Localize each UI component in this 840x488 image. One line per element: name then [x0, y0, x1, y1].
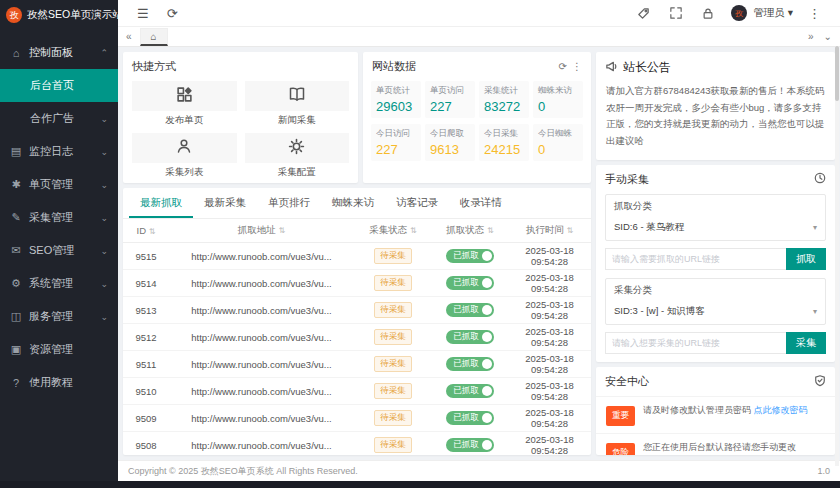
collapse-tabs-left-icon[interactable]: «: [126, 31, 132, 42]
sort-icon[interactable]: ⇅: [566, 226, 573, 235]
cell-url[interactable]: http://www.runoob.com/vue3/vu...: [169, 270, 354, 297]
sidebar-item-home[interactable]: 后台首页: [0, 69, 118, 102]
cell-id: 9509: [123, 405, 169, 432]
cell-url[interactable]: http://www.runoob.com/vue3/vu...: [169, 405, 354, 432]
change-password-link[interactable]: 点此修改密码: [754, 405, 808, 415]
security-item: 危险 您正在使用后台默认路径请您手动更改app/admin文件夹名称，原因：他人…: [596, 433, 835, 456]
sidebar-item-pages[interactable]: ✱ 单页管理 ⌄: [0, 168, 118, 201]
grab-status-toggle[interactable]: 已抓取: [446, 357, 494, 371]
cell-url[interactable]: http://www.runoob.com/vue3/vu...: [169, 351, 354, 378]
tab-visitor-records[interactable]: 访客记录: [385, 192, 449, 218]
cell-url[interactable]: http://www.runoob.com/vue3/vu...: [169, 297, 354, 324]
stats-refresh-icon[interactable]: ⟳: [559, 61, 567, 72]
tab-index-details[interactable]: 收录详情: [449, 192, 513, 218]
col-exec-time[interactable]: 执行时间: [526, 224, 564, 235]
col-grab-status[interactable]: 抓取状态: [446, 224, 484, 235]
shortcuts-panel: 快捷方式 发布单页: [123, 52, 358, 183]
cell-url[interactable]: http://www.runoob.com/vue3/vu...: [169, 432, 354, 456]
sort-icon[interactable]: ⇅: [149, 227, 156, 236]
col-id[interactable]: ID: [137, 225, 147, 236]
stat-card: 单页统计 29603: [371, 81, 421, 118]
grab-button[interactable]: 抓取: [786, 248, 826, 270]
app-logo[interactable]: 孜 孜然SEO单页演示站1.0: [0, 0, 118, 30]
collect-category-select[interactable]: SID:3 - [w] - 知识博客 ▾: [606, 300, 825, 324]
hamburger-menu-icon[interactable]: ☰: [128, 0, 158, 27]
expand-tabs-right-icon[interactable]: »: [808, 31, 814, 42]
tag-icon[interactable]: [628, 7, 659, 20]
grab-status-toggle[interactable]: 已抓取: [446, 249, 494, 263]
grab-status-toggle[interactable]: 已抓取: [446, 330, 494, 344]
sidebar-item-resource[interactable]: ▣ 资源管理: [0, 333, 118, 366]
sidebar-item-ads[interactable]: 合作广告 ⌄: [0, 102, 118, 135]
announcement-panel: 站长公告 请加入官方群678484243获取最新的售后！本系统码农肝一周开发完成…: [596, 52, 835, 160]
security-title: 安全中心: [605, 374, 649, 389]
cell-url[interactable]: http://www.runoob.com/vue3/vu...: [169, 243, 354, 270]
col-collect-status[interactable]: 采集状态: [369, 224, 407, 235]
site-stats-title: 网站数据: [372, 59, 416, 74]
fullscreen-icon[interactable]: [661, 7, 691, 19]
stat-card: 今日爬取 9613: [425, 124, 475, 161]
cell-url[interactable]: http://www.runoob.com/vue3/vu...: [169, 378, 354, 405]
stats-row-today: 今日访问 227 今日爬取 9613 今日采集: [363, 124, 591, 167]
tab-page-rank[interactable]: 单页排行: [257, 192, 321, 218]
admin-dropdown[interactable]: 管理员 ▾: [749, 6, 797, 20]
cell-id: 9514: [123, 270, 169, 297]
sidebar-item-logs[interactable]: ▤ 监控日志 ⌄: [0, 135, 118, 168]
clock-icon: [814, 172, 826, 186]
tab-latest-collect[interactable]: 最新采集: [193, 192, 257, 218]
stat-card: 今日访问 227: [371, 124, 421, 161]
col-url[interactable]: 抓取地址: [238, 224, 276, 235]
service-manage-icon: ◫: [10, 310, 22, 323]
sidebar-item-tutorial[interactable]: ? 使用教程: [0, 366, 118, 399]
sidebar-item-dashboard[interactable]: ⌂ 控制面板 ⌃: [0, 36, 118, 69]
grab-url-input[interactable]: [605, 248, 786, 270]
more-vertical-icon[interactable]: ⋮: [799, 0, 830, 27]
user-avatar[interactable]: 孜: [731, 5, 747, 21]
collect-button[interactable]: 采集: [786, 332, 826, 354]
grab-category-select[interactable]: SID:6 - 菜鸟教程 ▾: [606, 216, 825, 240]
scrollbar-thumb[interactable]: [835, 46, 839, 101]
bottom-strip: [0, 481, 840, 488]
grab-status-toggle[interactable]: 已抓取: [446, 411, 494, 425]
shortcut-publish-page[interactable]: 发布单页: [132, 81, 237, 131]
table-row: 9514 http://www.runoob.com/vue3/vu... 待采…: [123, 270, 591, 297]
left-column: 快捷方式 发布单页: [123, 52, 591, 455]
stat-card: 蜘蛛来访 0: [533, 81, 583, 118]
lock-icon[interactable]: [693, 7, 723, 20]
tab-latest-grab[interactable]: 最新抓取: [129, 192, 193, 218]
cell-url[interactable]: http://www.runoob.com/vue3/vu...: [169, 324, 354, 351]
grab-status-toggle[interactable]: 已抓取: [446, 384, 494, 398]
sort-icon[interactable]: ⇅: [410, 226, 417, 235]
stats-more-icon[interactable]: ⋮: [572, 61, 582, 72]
cell-exec-time: 2025-03-18 09:54:28: [508, 432, 591, 456]
sidebar-item-system[interactable]: ⚙ 系统管理 ⌄: [0, 267, 118, 300]
chevron-down-icon: ⌄: [100, 180, 108, 190]
grab-status-toggle[interactable]: 已抓取: [446, 303, 494, 317]
shortcut-news-collect[interactable]: 新闻采集: [245, 81, 350, 131]
security-item: 重要 请及时修改默认管理员密码 点此修改密码: [596, 396, 835, 433]
tab-home[interactable]: ⌂: [140, 28, 168, 46]
sidebar-item-seo[interactable]: ✉ SEO管理 ⌄: [0, 234, 118, 267]
grab-status-toggle[interactable]: 已抓取: [446, 438, 494, 452]
sidebar: 孜 孜然SEO单页演示站1.0 ⌂ 控制面板 ⌃ 后台首页 合作广告 ⌄ ▤ 监…: [0, 0, 118, 481]
collect-url-input[interactable]: [605, 332, 786, 354]
shortcut-collect-list[interactable]: 采集列表: [132, 133, 237, 183]
tab-spider-visits[interactable]: 蜘蛛来访: [321, 192, 385, 218]
content-area: 快捷方式 发布单页: [118, 47, 840, 460]
sort-icon[interactable]: ⇅: [278, 226, 285, 235]
grab-status-toggle[interactable]: 已抓取: [446, 276, 494, 290]
table-header-row: ID ⇅ 抓取地址 ⇅ 采集状态 ⇅ 抓取状态 ⇅ 执行时间 ⇅: [123, 219, 591, 243]
collect-status-badge: 待采集: [374, 248, 412, 264]
sidebar-item-collect[interactable]: ✎ 采集管理 ⌄: [0, 201, 118, 234]
shortcut-collect-config[interactable]: 采集配置: [245, 133, 350, 183]
sidebar-item-service[interactable]: ◫ 服务管理 ⌄: [0, 300, 118, 333]
vertical-scrollbar[interactable]: [835, 46, 839, 466]
refresh-icon[interactable]: ⟳: [158, 0, 187, 27]
cell-exec-time: 2025-03-18 09:54:28: [508, 324, 591, 351]
tab-options-icon[interactable]: ⌄: [824, 31, 832, 42]
home-icon: ⌂: [151, 31, 157, 42]
logo-icon: 孜: [6, 7, 22, 23]
collect-status-badge: 待采集: [374, 329, 412, 345]
cell-exec-time: 2025-03-18 09:54:28: [508, 270, 591, 297]
sort-icon[interactable]: ⇅: [487, 226, 494, 235]
